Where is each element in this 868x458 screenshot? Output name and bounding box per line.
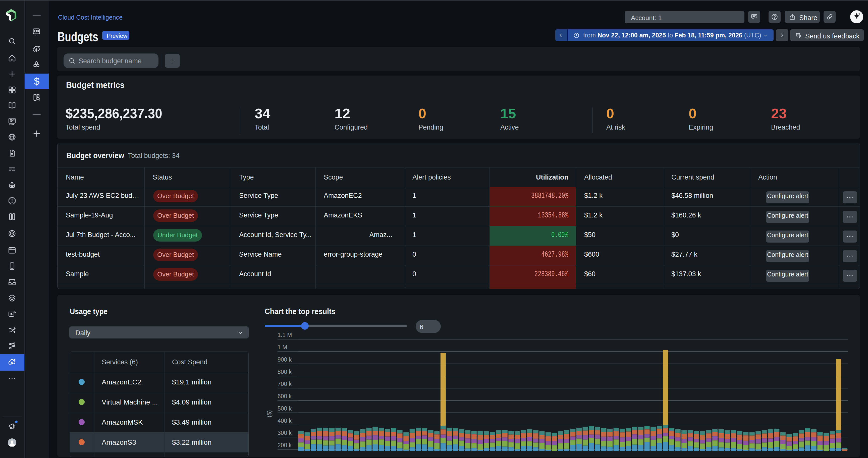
svg-text:900 k: 900 k [278, 356, 292, 363]
svg-text:300 k: 300 k [278, 430, 292, 436]
svg-text:($): ($) [266, 410, 273, 417]
svg-text:200 k: 200 k [278, 442, 292, 449]
svg-text:800 k: 800 k [278, 369, 292, 375]
svg-text:600 k: 600 k [278, 393, 292, 399]
svg-text:1 M: 1 M [278, 344, 287, 351]
svg-text:400 k: 400 k [278, 418, 292, 424]
svg-text:700 k: 700 k [278, 381, 292, 387]
svg-text:500 k: 500 k [278, 405, 292, 412]
svg-text:1.1 M: 1.1 M [278, 332, 292, 338]
